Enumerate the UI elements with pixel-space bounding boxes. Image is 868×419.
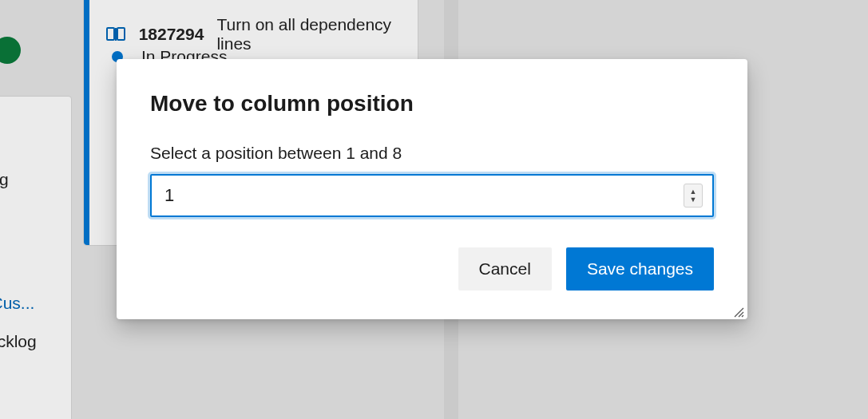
svg-rect-0 <box>107 28 114 40</box>
position-field-label: Select a position between 1 and 8 <box>150 144 714 163</box>
cancel-button[interactable]: Cancel <box>458 247 552 291</box>
chevron-up-icon[interactable] <box>690 188 697 196</box>
book-icon <box>106 26 126 42</box>
svg-rect-1 <box>117 28 125 40</box>
left-panel: ry ning b Cus... Backlog <box>0 96 72 419</box>
position-input[interactable] <box>150 174 714 217</box>
card-accent <box>84 0 89 245</box>
avatar <box>0 37 21 64</box>
dialog-title: Move to column position <box>150 91 714 117</box>
chevron-down-icon[interactable] <box>690 196 697 204</box>
move-position-dialog: Move to column position Select a positio… <box>117 59 747 319</box>
resize-handle-icon[interactable] <box>731 305 744 318</box>
left-panel-text: ning <box>0 165 61 194</box>
position-input-wrap <box>150 174 714 217</box>
left-panel-link: b Cus... <box>0 289 61 318</box>
number-stepper[interactable] <box>684 184 703 208</box>
work-item-id: 1827294 <box>139 25 204 44</box>
save-button[interactable]: Save changes <box>566 247 714 291</box>
left-panel-text: Backlog <box>0 327 61 356</box>
left-panel-text: ry <box>0 136 61 165</box>
dialog-actions: Cancel Save changes <box>150 247 714 291</box>
